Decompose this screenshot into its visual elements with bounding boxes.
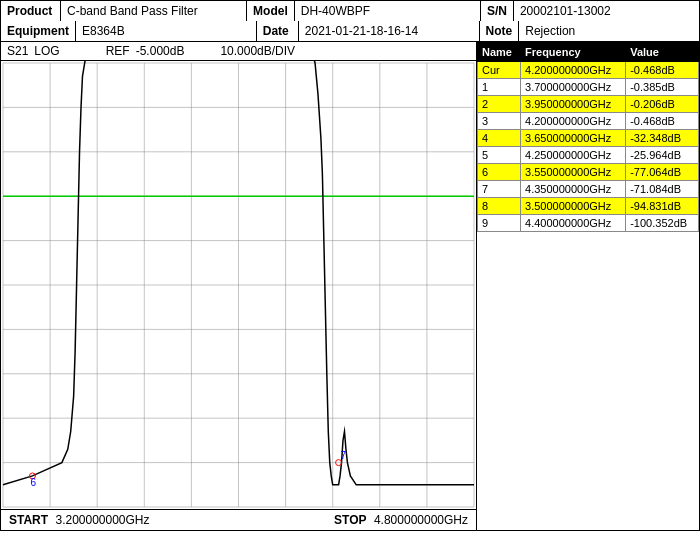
row-freq: 3.700000000GHz [521,79,626,96]
header: Product C-band Band Pass Filter Model DH… [0,0,700,41]
row-name: 6 [478,164,521,181]
div-value: 10.000dB/DIV [220,44,295,58]
col-freq-header: Frequency [521,43,626,62]
col-name-header: Name [478,43,521,62]
date-value-cell: 2021-01-21-18-16-14 [299,21,480,41]
ref-label: REF [106,44,130,58]
header-row-2: Equipment E8364B Date 2021-01-21-18-16-1… [0,21,700,41]
row-name: Cur [478,62,521,79]
row-val: -0.206dB [626,96,699,113]
equipment-label-cell: Equipment [1,21,76,41]
table-row: 83.500000000GHz-94.831dB [478,198,699,215]
row-name: 9 [478,215,521,232]
table-row: 74.350000000GHz-71.084dB [478,181,699,198]
start-freq: START 3.200000000GHz [9,513,150,527]
note-value-cell: Rejection [519,21,699,41]
row-val: -0.468dB [626,62,699,79]
row-freq: 3.550000000GHz [521,164,626,181]
table-row: 23.950000000GHz-0.206dB [478,96,699,113]
row-freq: 3.950000000GHz [521,96,626,113]
table-row: 43.650000000GHz-32.348dB [478,130,699,147]
row-name: 2 [478,96,521,113]
row-val: -100.352dB [626,215,699,232]
spectrum-chart [1,61,476,509]
row-name: 3 [478,113,521,130]
model-value-cell: DH-40WBPF [295,1,481,21]
row-name: 7 [478,181,521,198]
row-name: 5 [478,147,521,164]
table-row: 94.400000000GHz-100.352dB [478,215,699,232]
table-row: 54.250000000GHz-25.964dB [478,147,699,164]
data-table-body: Cur4.200000000GHz-0.468dB13.700000000GHz… [478,62,699,232]
row-val: -94.831dB [626,198,699,215]
product-label-cell: Product [1,1,61,21]
chart-toolbar: S21 LOG REF -5.000dB 10.000dB/DIV [1,42,476,61]
row-freq: 4.400000000GHz [521,215,626,232]
row-freq: 4.350000000GHz [521,181,626,198]
equipment-value-cell: E8364B [76,21,257,41]
ref-value: -5.000dB [136,44,185,58]
table-row: 63.550000000GHz-77.064dB [478,164,699,181]
row-freq: 3.500000000GHz [521,198,626,215]
sn-value-cell: 20002101-13002 [514,1,699,21]
main-area: S21 LOG REF -5.000dB 10.000dB/DIV START … [0,41,700,531]
row-freq: 4.200000000GHz [521,62,626,79]
col-val-header: Value [626,43,699,62]
chart-container [1,61,476,509]
row-freq: 4.200000000GHz [521,113,626,130]
data-panel: Name Frequency Value Cur4.200000000GHz-0… [477,42,699,530]
log-label: LOG [34,44,59,58]
table-row: Cur4.200000000GHz-0.468dB [478,62,699,79]
row-val: -77.064dB [626,164,699,181]
row-freq: 3.650000000GHz [521,130,626,147]
row-val: -32.348dB [626,130,699,147]
row-val: -0.468dB [626,113,699,130]
row-name: 8 [478,198,521,215]
sn-label-cell: S/N [481,1,514,21]
row-name: 1 [478,79,521,96]
model-label-cell: Model [247,1,295,21]
date-label-cell: Date [257,21,299,41]
table-header-row: Name Frequency Value [478,43,699,62]
chart-section: S21 LOG REF -5.000dB 10.000dB/DIV START … [1,42,477,530]
header-row-1: Product C-band Band Pass Filter Model DH… [0,0,700,21]
stop-freq: STOP 4.800000000GHz [334,513,468,527]
row-freq: 4.250000000GHz [521,147,626,164]
row-val: -25.964dB [626,147,699,164]
note-label-cell: Note [480,21,520,41]
table-row: 13.700000000GHz-0.385dB [478,79,699,96]
row-val: -0.385dB [626,79,699,96]
data-table: Name Frequency Value Cur4.200000000GHz-0… [477,42,699,232]
row-name: 4 [478,130,521,147]
product-value-cell: C-band Band Pass Filter [61,1,247,21]
chart-footer: START 3.200000000GHz STOP 4.800000000GHz [1,509,476,530]
table-row: 34.200000000GHz-0.468dB [478,113,699,130]
row-val: -71.084dB [626,181,699,198]
s21-label: S21 [7,44,28,58]
